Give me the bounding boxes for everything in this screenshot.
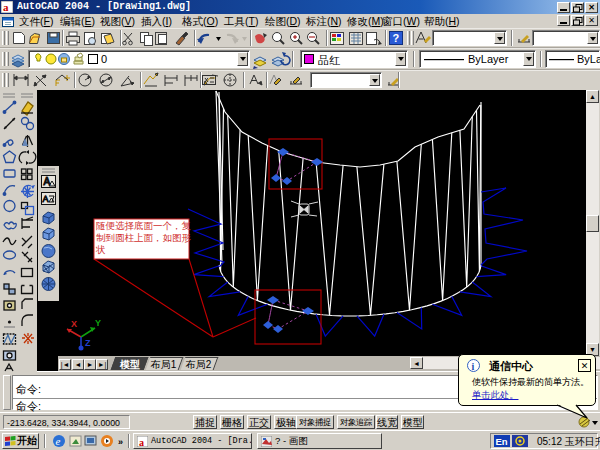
svg-text:a: a (139, 437, 144, 448)
svg-text:Z: Z (85, 338, 91, 348)
svg-text:Y: Y (95, 318, 101, 328)
svg-text:i: i (472, 361, 475, 372)
svg-text:a: a (3, 1, 9, 13)
svg-text:e: e (56, 435, 61, 447)
svg-text:En: En (496, 436, 508, 447)
svg-text:随便选择底面一个，复: 随便选择底面一个，复 (96, 220, 192, 231)
svg-text:制到圆柱上面，如图形: 制到圆柱上面，如图形 (96, 232, 192, 243)
svg-text:?: ? (393, 32, 400, 44)
svg-text:»: » (118, 437, 123, 447)
svg-text:X: X (71, 319, 77, 329)
svg-text:A: A (43, 194, 49, 204)
svg-text:状: 状 (95, 244, 106, 255)
